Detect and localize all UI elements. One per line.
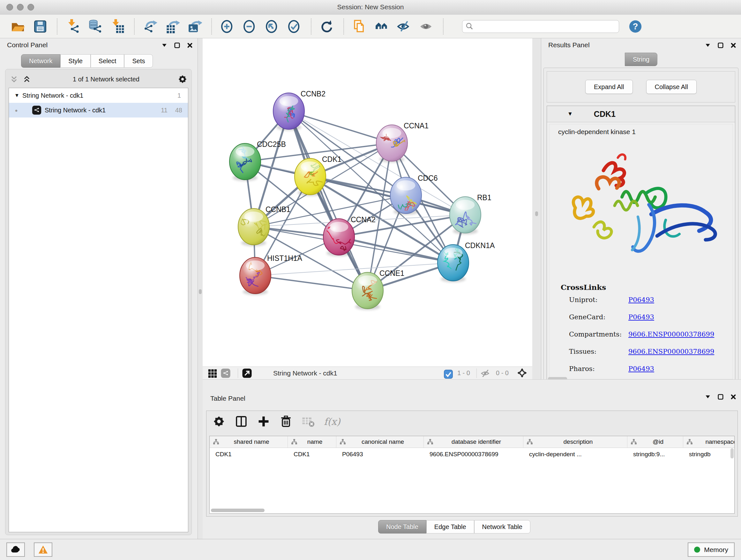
collapse-all-button[interactable]: Collapse All [646, 80, 697, 94]
tab-select[interactable]: Select [91, 54, 125, 68]
edge-CCNB2-CCNA1[interactable] [289, 111, 392, 143]
split-columns-button[interactable] [234, 415, 248, 428]
edge-CCNA2-CDKN1A[interactable] [339, 237, 453, 263]
minimize-window-button[interactable] [17, 4, 23, 10]
crosslink-row: Tissues: 9606.ENSP00000378699 [569, 348, 714, 355]
column-header--id[interactable]: @id [627, 436, 683, 448]
panel-collapse-icon[interactable] [704, 394, 711, 400]
network-graph[interactable]: CCNB2CCNA1CDC25BCDK1CDC6RB1CCNB1CCNA2CDK… [203, 38, 532, 367]
panel-collapse-icon[interactable] [704, 42, 711, 49]
tab-style[interactable]: Style [60, 54, 90, 68]
hide-display-button[interactable] [396, 18, 412, 35]
panel-float-icon[interactable] [718, 394, 724, 400]
node-RB1[interactable] [450, 197, 486, 234]
panel-float-icon[interactable] [718, 42, 724, 49]
add-column-button[interactable] [257, 415, 270, 428]
expand-all-icon[interactable] [22, 74, 31, 84]
panel-close-icon[interactable] [730, 394, 737, 400]
zoom-selected-button[interactable] [286, 18, 302, 35]
node-CDC25B[interactable] [229, 143, 261, 181]
left-splitter-grip[interactable] [199, 289, 202, 294]
collection-expand-icon[interactable]: ▼ [11, 92, 22, 98]
crosslink-link[interactable]: P06493 [628, 313, 654, 321]
settings-gear-button[interactable] [212, 415, 226, 428]
edge-HIST1H1A-CCNE1[interactable] [255, 275, 367, 291]
node-label-CDK1: CDK1 [322, 155, 341, 164]
zoom-fit-button[interactable] [264, 18, 280, 35]
tab-network-table[interactable]: Network Table [474, 520, 530, 534]
zoom-out-button[interactable] [241, 18, 258, 35]
warning-button[interactable] [34, 543, 52, 557]
detach-view-icon[interactable] [242, 368, 252, 378]
edge-CCNB2-CCNE1[interactable] [289, 111, 367, 291]
tab-network[interactable]: Network [21, 54, 60, 68]
tab-string[interactable]: String [625, 53, 657, 66]
column-header-name[interactable]: name [288, 436, 336, 448]
node-CDKN1A[interactable] [437, 245, 469, 282]
save-session-button[interactable] [32, 18, 49, 35]
node-CCNB1[interactable] [234, 208, 269, 246]
expand-all-button[interactable]: Expand All [585, 80, 633, 94]
delete-table-button[interactable] [301, 415, 315, 428]
refresh-view-button[interactable] [319, 18, 335, 35]
export-network-button[interactable] [142, 18, 158, 35]
import-table-button[interactable] [109, 18, 126, 35]
right-splitter-grip[interactable] [535, 211, 538, 216]
panel-collapse-icon[interactable] [161, 42, 167, 49]
import-network-button[interactable] [64, 18, 81, 35]
network-options-gear-icon[interactable] [178, 74, 188, 84]
close-window-button[interactable] [6, 4, 13, 10]
table-hscrollbar[interactable] [211, 509, 265, 512]
cloud-button[interactable] [6, 543, 25, 557]
grid-view-icon[interactable] [207, 368, 217, 378]
zoom-in-button[interactable] [219, 18, 235, 35]
search-input[interactable] [474, 23, 616, 30]
column-header-shared-name[interactable]: shared name [210, 436, 288, 448]
network-collection-row[interactable]: ▼ String Network - cdk1 1 [9, 88, 188, 103]
hidden-eye-icon[interactable] [481, 368, 490, 378]
panel-float-icon[interactable] [174, 42, 180, 49]
network-canvas[interactable]: CCNB2CCNA1CDC25BCDK1CDC6RB1CCNB1CCNA2CDK… [203, 38, 532, 367]
delete-column-button[interactable] [279, 415, 293, 428]
section-expand-icon[interactable]: ▼ [567, 111, 573, 117]
column-header-namespace[interactable]: namespace [683, 436, 735, 448]
memory-button[interactable]: Memory [688, 543, 735, 557]
tab-node-table[interactable]: Node Table [378, 520, 426, 534]
panel-close-icon[interactable] [187, 42, 193, 49]
protein-section-header[interactable]: ▼ CDK1 [547, 106, 735, 122]
import-database-button[interactable] [87, 18, 104, 35]
left-splitter[interactable] [198, 38, 203, 539]
show-display-button[interactable] [418, 18, 434, 35]
collapse-all-icon[interactable] [9, 74, 19, 84]
selected-checkbox-icon[interactable] [443, 369, 452, 377]
node-CDK1[interactable] [294, 159, 327, 196]
table-vscrollbar[interactable] [731, 448, 734, 458]
home-views-button[interactable] [374, 18, 390, 35]
export-image-button[interactable] [186, 18, 203, 35]
crosslink-link[interactable]: 9606.ENSP00000378699 [628, 348, 714, 355]
column-header-description[interactable]: description [523, 436, 627, 448]
node-CCNE1[interactable] [352, 272, 383, 310]
node-CCNA1[interactable] [376, 125, 410, 163]
tab-sets[interactable]: Sets [124, 54, 153, 68]
crosslink-link[interactable]: P06493 [628, 296, 654, 304]
node-CCNA2[interactable] [323, 219, 356, 256]
zoom-window-button[interactable] [27, 4, 34, 10]
node-HIST1H1A[interactable] [240, 257, 271, 295]
tab-edge-table[interactable]: Edge Table [426, 520, 474, 534]
share-view-icon[interactable] [220, 368, 231, 378]
copy-documents-button[interactable] [351, 18, 367, 35]
open-session-button[interactable] [10, 18, 26, 35]
help-button[interactable]: ? [629, 20, 642, 33]
crosslink-link[interactable]: 9606.ENSP00000378699 [628, 330, 714, 338]
column-header-database-identifier[interactable]: database identifier [424, 436, 523, 448]
table-row[interactable]: CDK1CDK1P064939606.ENSP00000378699cyclin… [210, 448, 734, 461]
column-header-canonical-name[interactable]: canonical name [336, 436, 424, 448]
function-builder-button[interactable]: f(x) [324, 416, 340, 427]
right-splitter[interactable] [532, 38, 541, 379]
panel-close-icon[interactable] [730, 42, 737, 49]
export-table-button[interactable] [164, 18, 181, 35]
network-row[interactable]: ● String Network - cdk1 11 48 [9, 103, 188, 118]
birdseye-view-icon[interactable] [517, 368, 528, 379]
crosslink-link[interactable]: P06493 [628, 365, 654, 373]
